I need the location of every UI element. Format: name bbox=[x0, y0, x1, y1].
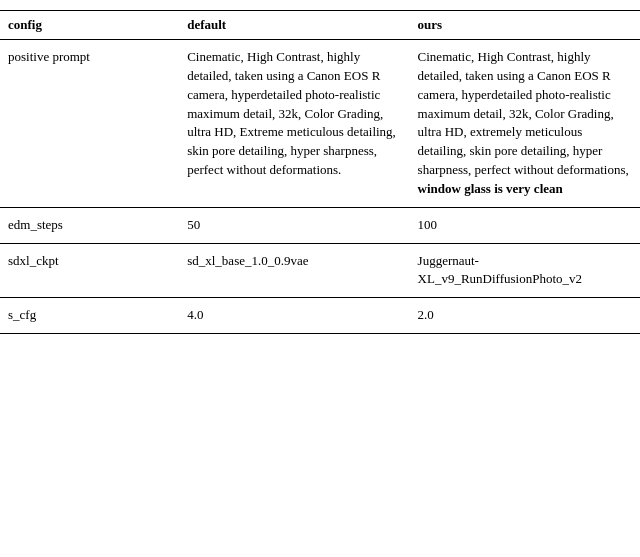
cell-config-1: positive prompt bbox=[0, 40, 179, 208]
header-ours: ours bbox=[410, 11, 640, 40]
table-row: s_cfg 4.0 2.0 bbox=[0, 298, 640, 334]
cell-config-2: edm_steps bbox=[0, 207, 179, 243]
cell-ours-1: Cinematic, High Contrast, highly detaile… bbox=[410, 40, 640, 208]
cell-ours-2: 100 bbox=[410, 207, 640, 243]
cell-default-2: 50 bbox=[179, 207, 409, 243]
ours-normal-text: Cinematic, High Contrast, highly detaile… bbox=[418, 49, 629, 177]
cell-default-3: sd_xl_base_1.0_0.9vae bbox=[179, 243, 409, 298]
cell-config-3: sdxl_ckpt bbox=[0, 243, 179, 298]
table-row: positive prompt Cinematic, High Contrast… bbox=[0, 40, 640, 208]
table-row: sdxl_ckpt sd_xl_base_1.0_0.9vae Juggerna… bbox=[0, 243, 640, 298]
header-config: config bbox=[0, 11, 179, 40]
table-row: edm_steps 50 100 bbox=[0, 207, 640, 243]
cell-default-4: 4.0 bbox=[179, 298, 409, 334]
cell-default-1: Cinematic, High Contrast, highly detaile… bbox=[179, 40, 409, 208]
ours-bold-text: window glass is very clean bbox=[418, 181, 563, 196]
header-default: default bbox=[179, 11, 409, 40]
cell-config-4: s_cfg bbox=[0, 298, 179, 334]
cell-ours-4: 2.0 bbox=[410, 298, 640, 334]
cell-ours-3: Juggernaut-XL_v9_RunDiffusionPhoto_v2 bbox=[410, 243, 640, 298]
